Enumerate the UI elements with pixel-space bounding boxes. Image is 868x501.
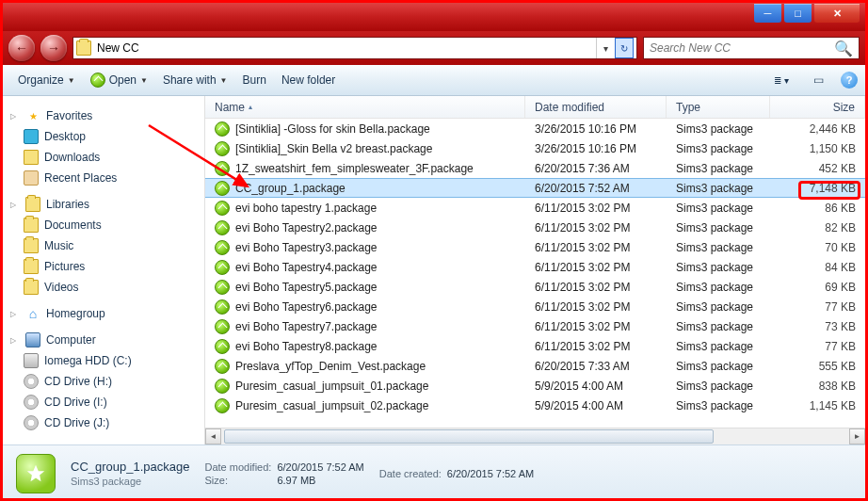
sims3-package-icon <box>215 398 230 413</box>
file-row[interactable]: evi boho tapestry 1.package6/11/2015 3:0… <box>205 198 865 218</box>
address-bar[interactable]: New CC ▾ ↻ <box>72 37 637 59</box>
file-row[interactable]: [Sintiklia]_Skin Bella v2 breast.package… <box>205 138 865 158</box>
column-header-type[interactable]: Type <box>667 96 770 118</box>
file-name: 1Z_sweatshirt_fem_simplesweater_3F.packa… <box>235 162 474 175</box>
file-row[interactable]: evi Boho Tapestry4.package6/11/2015 3:02… <box>205 257 865 277</box>
back-button[interactable]: ← <box>8 35 35 61</box>
file-date: 3/26/2015 10:16 PM <box>525 142 667 155</box>
file-row[interactable]: evi Boho Tapestry7.package6/11/2015 3:02… <box>205 316 865 336</box>
file-size: 69 KB <box>770 281 865 294</box>
file-name: evi Boho Tapestry8.package <box>235 340 378 353</box>
sims3-package-icon <box>90 73 105 88</box>
details-modified-value: 6/20/2015 7:52 AM <box>277 461 363 473</box>
organize-menu[interactable]: Organize▼ <box>10 70 83 90</box>
file-type: Sims3 package <box>667 182 770 195</box>
address-history-dropdown[interactable]: ▾ <box>596 38 615 58</box>
sort-ascending-icon: ▴ <box>249 103 252 111</box>
favorites-group[interactable]: ▷★Favorites <box>3 105 204 126</box>
file-name: Puresim_casual_jumpsuit_02.package <box>235 399 428 412</box>
close-button[interactable]: ✕ <box>814 4 860 23</box>
sims3-package-icon <box>215 359 230 374</box>
file-size: 73 KB <box>770 320 865 333</box>
file-row[interactable]: evi Boho Tapestry5.package6/11/2015 3:02… <box>205 277 865 297</box>
file-row[interactable]: Puresim_casual_jumpsuit_01.package5/9/20… <box>205 376 865 396</box>
desktop-icon <box>24 129 39 144</box>
sidebar-item-pictures[interactable]: Pictures <box>3 256 204 277</box>
file-size: 77 KB <box>770 340 865 353</box>
documents-icon <box>24 218 39 233</box>
file-type: Sims3 package <box>667 320 770 333</box>
preview-pane-button[interactable]: ▭ <box>806 70 831 90</box>
cd-icon <box>24 374 39 389</box>
file-date: 6/11/2015 3:02 PM <box>525 320 667 333</box>
details-size-value: 6.97 MB <box>277 475 363 486</box>
libraries-icon <box>25 197 40 212</box>
file-date: 6/20/2015 7:33 AM <box>525 360 667 373</box>
file-row[interactable]: evi Boho Tapestry6.package6/11/2015 3:02… <box>205 297 865 316</box>
file-row[interactable]: evi Boho Tapestry8.package6/11/2015 3:02… <box>205 336 865 356</box>
sims3-package-icon <box>215 339 230 354</box>
horizontal-scrollbar[interactable]: ◄ ► <box>205 428 865 444</box>
sidebar-item-drive-j[interactable]: CD Drive (J:) <box>3 412 204 433</box>
sidebar-item-drive-h[interactable]: CD Drive (H:) <box>3 371 204 392</box>
homegroup-group[interactable]: ▷⌂Homegroup <box>3 303 204 324</box>
computer-group[interactable]: ▷Computer <box>3 330 204 350</box>
hdd-icon <box>24 353 39 368</box>
file-row[interactable]: CC_group_1.package6/20/2015 7:52 AMSims3… <box>205 178 865 198</box>
file-row[interactable]: evi Boho Tapestry3.package6/11/2015 3:02… <box>205 237 865 257</box>
sidebar-item-recent-places[interactable]: Recent Places <box>3 168 204 188</box>
sims3-package-icon <box>215 220 230 235</box>
sidebar-item-desktop[interactable]: Desktop <box>3 126 204 147</box>
open-menu[interactable]: Open▼ <box>83 69 155 91</box>
new-folder-button[interactable]: New folder <box>274 70 343 90</box>
file-row[interactable]: [Sintiklia] -Gloss for skin Bella.packag… <box>205 119 865 138</box>
file-size: 1,145 KB <box>770 399 865 412</box>
file-type: Sims3 package <box>667 241 770 254</box>
view-options-button[interactable]: ≣ ▾ <box>766 72 796 89</box>
navigation-pane[interactable]: ▷★Favorites Desktop Downloads Recent Pla… <box>3 96 205 444</box>
search-input[interactable] <box>650 41 834 55</box>
file-row[interactable]: Puresim_casual_jumpsuit_02.package5/9/20… <box>205 396 865 415</box>
search-box[interactable]: 🔍 <box>643 37 860 59</box>
file-name: evi boho tapestry 1.package <box>235 202 377 215</box>
cd-icon <box>24 415 39 430</box>
star-icon: ★ <box>25 108 40 123</box>
help-button[interactable]: ? <box>841 72 858 89</box>
refresh-button[interactable]: ↻ <box>615 38 634 58</box>
share-with-menu[interactable]: Share with▼ <box>155 70 235 90</box>
column-header-name[interactable]: Name▴ <box>205 96 525 118</box>
sidebar-item-videos[interactable]: Videos <box>3 277 204 298</box>
file-date: 6/20/2015 7:36 AM <box>525 162 667 175</box>
column-header-date[interactable]: Date modified <box>525 96 667 118</box>
file-list[interactable]: [Sintiklia] -Gloss for skin Bella.packag… <box>205 119 865 428</box>
file-row[interactable]: Preslava_yfTop_Denim_Vest.package6/20/20… <box>205 356 865 376</box>
libraries-group[interactable]: ▷Libraries <box>3 194 204 215</box>
file-size: 452 KB <box>770 162 865 175</box>
sidebar-item-drive-i[interactable]: CD Drive (I:) <box>3 392 204 412</box>
file-row[interactable]: 1Z_sweatshirt_fem_simplesweater_3F.packa… <box>205 158 865 178</box>
sidebar-item-music[interactable]: Music <box>3 235 204 256</box>
file-size: 838 KB <box>770 380 865 393</box>
column-header-size[interactable]: Size <box>770 96 865 118</box>
file-name: evi Boho Tapestry2.package <box>235 221 378 234</box>
file-name: evi Boho Tapestry7.package <box>235 320 378 333</box>
scrollbar-thumb[interactable] <box>224 429 714 444</box>
forward-button[interactable]: → <box>40 35 67 61</box>
sidebar-item-downloads[interactable]: Downloads <box>3 147 204 168</box>
file-type: Sims3 package <box>667 340 770 353</box>
scroll-left-button[interactable]: ◄ <box>205 428 221 444</box>
burn-button[interactable]: Burn <box>235 70 274 90</box>
maximize-button[interactable]: □ <box>784 4 812 23</box>
scroll-right-button[interactable]: ► <box>849 428 865 444</box>
file-size: 2,446 KB <box>770 122 865 136</box>
sidebar-item-drive-c[interactable]: Iomega HDD (C:) <box>3 350 204 371</box>
sidebar-item-documents[interactable]: Documents <box>3 215 204 235</box>
file-row[interactable]: evi Boho Tapestry2.package6/11/2015 3:02… <box>205 218 865 237</box>
minimize-button[interactable]: ─ <box>754 4 781 23</box>
computer-icon <box>25 332 40 347</box>
homegroup-icon: ⌂ <box>25 306 40 321</box>
file-name: evi Boho Tapestry6.package <box>235 300 378 314</box>
details-pane: CC_group_1.package Sims3 package Date mo… <box>3 444 865 501</box>
file-type: Sims3 package <box>667 202 770 215</box>
file-type: Sims3 package <box>667 142 770 155</box>
